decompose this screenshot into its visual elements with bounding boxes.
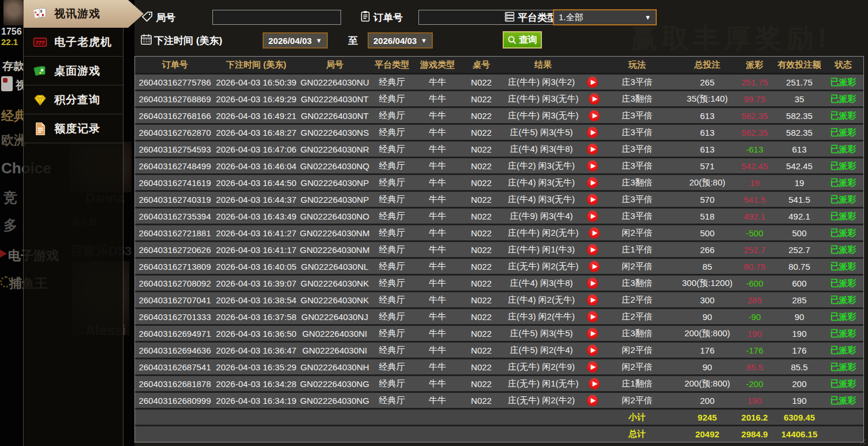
cell-payout: -176: [734, 343, 776, 358]
cell-platform-type: 经典厅: [372, 125, 412, 140]
column-header: 状态: [823, 57, 863, 73]
game-menu-popup: K9视讯游戏777电子老虎机桌面游戏积分查询额度记录: [23, 0, 124, 446]
cell-valid-bet: 285: [776, 292, 823, 307]
cell-round-number: GN022264030NT: [298, 91, 372, 106]
replay-play-button[interactable]: [579, 227, 610, 239]
replay-play-button[interactable]: [575, 328, 609, 340]
replay-play-button[interactable]: [575, 244, 609, 256]
subtotal-row: 小计 9245 2016.2 6309.45: [135, 410, 863, 426]
cell-order-number: 260403162713809: [135, 259, 215, 274]
replay-play-button[interactable]: [575, 127, 609, 139]
cell-bet-time: 2026-04-03 16:41:17: [215, 242, 298, 257]
cell-bet-time: 2026-04-03 16:35:29: [215, 359, 298, 374]
cell-status: 已派彩: [823, 142, 863, 157]
replay-play-button[interactable]: [579, 93, 610, 105]
cell-valid-bet: 190: [776, 393, 823, 408]
cell-result: 庄(牛5) 闲3(牛5): [500, 125, 616, 140]
date-to-picker[interactable]: 2026/04/03 ▼: [368, 32, 433, 49]
replay-play-button[interactable]: [579, 110, 610, 122]
replay-play-button[interactable]: [575, 177, 609, 189]
replay-play-button[interactable]: [575, 395, 609, 407]
cell-play-method: 庄2平倍: [616, 309, 658, 324]
cell-play-method: 庄2平倍: [616, 292, 658, 307]
cell-order-number: 260403162680999: [135, 393, 215, 408]
cell-game-type: 牛牛: [412, 125, 463, 140]
replay-play-button[interactable]: [579, 378, 610, 390]
cell-round-number: GN022264030NJ: [298, 309, 372, 324]
replay-play-button[interactable]: [575, 210, 609, 222]
balance-amount: 1756: [1, 27, 22, 37]
cell-platform-type: 经典厅: [372, 292, 412, 307]
cell-result: 庄(牛牛) 闲3(无牛): [500, 108, 616, 123]
cell-round-number: GN022264030NI: [298, 326, 372, 341]
menu-item-credit-records[interactable]: 额度记录: [24, 114, 123, 143]
menu-item-slot-machines[interactable]: 777电子老虎机: [24, 28, 123, 57]
cell-payout: -90: [734, 309, 776, 324]
cell-platform-type: 经典厅: [372, 192, 412, 207]
cell-result: 庄(牛4) 闲2(无牛): [500, 292, 616, 307]
cell-result: 庄(无牛) 闲2(牛2): [500, 393, 616, 408]
cell-total-bet: 613: [658, 142, 734, 157]
cell-table-number: N022: [463, 376, 500, 391]
menu-item-table-games[interactable]: 桌面游戏: [24, 57, 123, 86]
platform-type-icon: [504, 11, 515, 23]
cell-round-number: GN022264030NK: [298, 292, 372, 307]
cell-platform-type: 经典厅: [372, 91, 412, 106]
search-button[interactable]: 查询: [503, 31, 542, 49]
date-from-picker[interactable]: 2026/04/03 ▼: [263, 32, 328, 49]
column-header: 游戏类型: [412, 57, 463, 73]
menu-item-points-query[interactable]: 积分查询: [24, 86, 123, 114]
replay-play-button[interactable]: [575, 294, 609, 306]
cell-order-number: 260403162707041: [135, 292, 215, 307]
cell-valid-bet: 80.75: [776, 259, 823, 274]
menu-item-label: 电子老虎机: [54, 35, 112, 50]
replay-play-button[interactable]: [579, 261, 610, 273]
cell-order-number: 260403162721881: [135, 225, 215, 240]
replay-play-button[interactable]: [575, 277, 609, 289]
cell-play-method: 闲2平倍: [616, 225, 658, 240]
cell-platform-type: 经典厅: [372, 259, 412, 274]
order-number-label: 订单号: [373, 11, 403, 24]
cell-order-number: 260403162740319: [135, 192, 215, 207]
cell-game-type: 牛牛: [412, 209, 463, 224]
subtotal-label: 小计: [616, 410, 658, 425]
result-text: 庄(牛2) 闲3(无牛): [508, 161, 575, 172]
cell-status: 已派彩: [823, 326, 863, 341]
replay-play-button[interactable]: [575, 160, 609, 172]
cell-bet-time: 2026-04-03 16:41:27: [215, 225, 298, 240]
cell-order-number: 260403162701333: [135, 309, 215, 324]
result-text: 庄(牛4) 闲3(无牛): [508, 194, 575, 205]
cell-round-number: GN022264030NG: [298, 376, 372, 391]
cell-result: 庄(牛3) 闲2(牛牛): [500, 309, 616, 324]
cell-game-type: 牛牛: [412, 393, 463, 408]
cell-table-number: N022: [463, 125, 500, 140]
cell-round-number: GN022264030NP: [298, 192, 372, 207]
cell-valid-bet: 251.75: [776, 75, 823, 90]
cell-play-method: 闲2平倍: [616, 259, 658, 274]
column-header: 总投注: [658, 57, 734, 73]
round-number-input[interactable]: [212, 10, 341, 25]
cell-bet-time: 2026-04-03 16:34:19: [215, 393, 298, 408]
total-payout: 2984.9: [734, 426, 776, 442]
cell-game-type: 牛牛: [412, 158, 463, 173]
replay-play-button[interactable]: [575, 361, 609, 373]
cell-payout: 542.45: [734, 158, 776, 173]
cell-platform-type: 经典厅: [372, 108, 412, 123]
subtotal-total-bet: 9245: [658, 410, 734, 425]
cell-total-bet: 90: [658, 359, 734, 374]
replay-play-button[interactable]: [575, 76, 609, 88]
cell-round-number: GN022264030NM: [298, 225, 372, 240]
menu-item-video-games[interactable]: K9视讯游戏: [24, 0, 144, 28]
cell-result: 庄(牛4) 闲3(牛8): [500, 142, 616, 157]
cell-result: 庄(牛牛) 闲2(无牛): [500, 225, 616, 240]
video-card-icon: [1, 76, 13, 91]
cell-payout: 582.35: [734, 108, 776, 123]
replay-play-button[interactable]: [575, 143, 609, 155]
replay-play-button[interactable]: [575, 194, 609, 206]
replay-play-button[interactable]: [575, 344, 609, 356]
table-row: 2604031627013332026-04-03 16:37:58GN0222…: [135, 309, 863, 326]
replay-play-button[interactable]: [575, 311, 609, 323]
cell-status: 已派彩: [823, 158, 863, 173]
platform-type-select[interactable]: 1.全部 ▼: [553, 9, 657, 25]
cell-total-bet: 200(预:800): [658, 376, 734, 391]
